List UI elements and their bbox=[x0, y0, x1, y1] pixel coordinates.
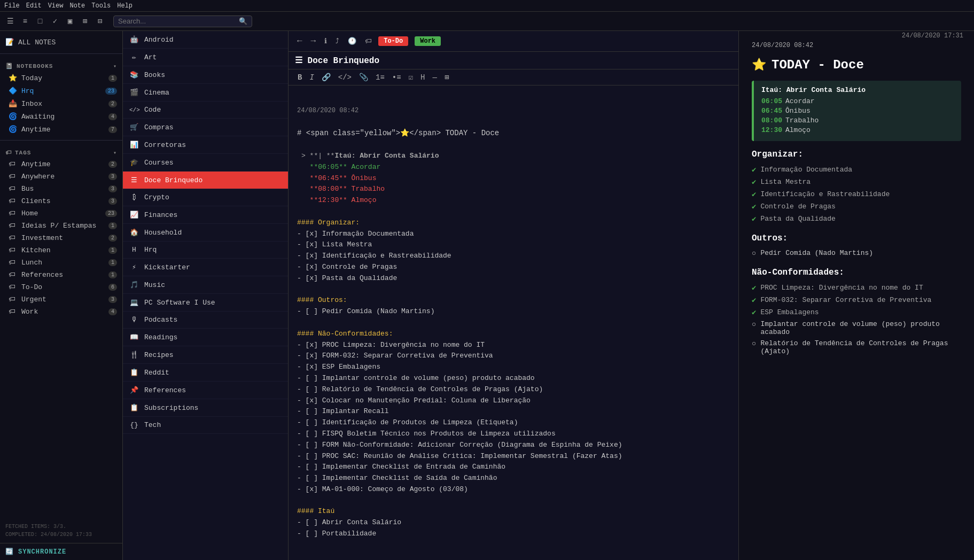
nb-code[interactable]: </> Code bbox=[123, 102, 288, 119]
code-button[interactable]: </> bbox=[336, 72, 354, 83]
nb-recipes[interactable]: 🍴 Recipes bbox=[123, 346, 288, 364]
tag-home[interactable]: 🏷 Home 23 bbox=[0, 207, 122, 220]
nb-subscriptions[interactable]: 📋 Subscriptions bbox=[123, 399, 288, 417]
tag-references[interactable]: 🏷 References 1 bbox=[0, 269, 122, 281]
sync-button[interactable]: 🔄 SYNCHRONIZE bbox=[0, 543, 122, 560]
tag-todo-badge[interactable]: To-Do bbox=[378, 36, 408, 46]
info-button[interactable]: ℹ bbox=[322, 36, 329, 46]
nav-forward-button[interactable]: → bbox=[309, 35, 318, 47]
sidebar-item-awaiting[interactable]: 🌀 Awaiting 4 bbox=[0, 110, 122, 123]
notebooks-header[interactable]: 📓 NOTEBOOKS ▾ bbox=[0, 60, 122, 72]
toolbar-grid[interactable]: ▣ bbox=[64, 15, 76, 27]
tag-icon-10: 🏷 bbox=[9, 271, 17, 279]
nb-books[interactable]: 📚 Books bbox=[123, 66, 288, 84]
nb-android[interactable]: 🤖 Android bbox=[123, 31, 288, 49]
menu-help[interactable]: Help bbox=[117, 2, 133, 10]
outros-1: - [ ] Pedir Comida (Nado Martins) bbox=[297, 307, 434, 315]
tag-urgent-count: 3 bbox=[108, 296, 117, 303]
editor-content[interactable]: 24/08/2020 08:42 # <span class="yellow">… bbox=[289, 85, 738, 560]
tag-anywhere[interactable]: 🏷 Anywhere 3 bbox=[0, 170, 122, 183]
tag-lunch[interactable]: 🏷 Lunch 1 bbox=[0, 256, 122, 269]
time-label-4: 12:30 bbox=[761, 126, 782, 134]
sidebar-item-hrq[interactable]: 🔷 Hrq 23 bbox=[0, 84, 122, 97]
nc-check-label-3: ESP Embalagens bbox=[760, 308, 819, 316]
tag-icon-4: 🏷 bbox=[9, 197, 17, 205]
toolbar-list[interactable]: ≡ bbox=[19, 15, 31, 27]
sidebar-item-anytime[interactable]: 🌀 Anytime 7 bbox=[0, 123, 122, 136]
search-input[interactable] bbox=[118, 17, 239, 25]
nb-kickstarter-icon: ⚡ bbox=[129, 263, 139, 271]
italic-button[interactable]: I bbox=[307, 72, 316, 83]
organizar-heading: #### Organizar: bbox=[297, 219, 360, 227]
toolbar-allnotes[interactable]: ☰ bbox=[4, 15, 16, 27]
tag-bus[interactable]: 🏷 Bus 3 bbox=[0, 183, 122, 195]
nb-reddit[interactable]: 📋 Reddit bbox=[123, 364, 288, 382]
nb-podcasts[interactable]: 🎙 Podcasts bbox=[123, 312, 288, 329]
nb-readings[interactable]: 📖 Readings bbox=[123, 329, 288, 346]
heading-button[interactable]: H bbox=[418, 72, 427, 83]
tag-clients[interactable]: 🏷 Clients 3 bbox=[0, 195, 122, 207]
nb-pc-software[interactable]: 💻 PC Software I Use bbox=[123, 294, 288, 312]
tag-ideias[interactable]: 🏷 Ideias P/ Estampas 1 bbox=[0, 220, 122, 232]
toolbar-collapse[interactable]: ⊟ bbox=[94, 15, 106, 27]
sidebar-all-notes[interactable]: 📝 ALL NOTES bbox=[0, 35, 122, 49]
preview-nc-title: Não-Conformidades: bbox=[752, 268, 961, 277]
menu-note[interactable]: Note bbox=[69, 2, 85, 10]
tag-urgent[interactable]: 🏷 Urgent 3 bbox=[0, 293, 122, 306]
notebook-panel: 🤖 Android ✏ Art 📚 Books 🎬 Cinema </> Cod… bbox=[123, 31, 289, 560]
menu-file[interactable]: File bbox=[4, 2, 20, 10]
sidebar-item-today-label: Today bbox=[21, 74, 42, 82]
tag-work[interactable]: 🏷 Work 4 bbox=[0, 306, 122, 318]
sidebar-item-hrq-label: Hrq bbox=[21, 87, 34, 95]
nb-finances[interactable]: 📈 Finances bbox=[123, 206, 288, 224]
clock-button[interactable]: 🕐 bbox=[346, 36, 359, 46]
nb-corretoras[interactable]: 📊 Corretoras bbox=[123, 136, 288, 154]
menu-tools[interactable]: Tools bbox=[91, 2, 111, 10]
nc-11: - [ ] PROC SAC: Reunião de Análise Criti… bbox=[297, 452, 622, 460]
hr-button[interactable]: — bbox=[430, 72, 440, 83]
share-button[interactable]: ⤴ bbox=[333, 36, 341, 46]
toolbar-newnote[interactable]: □ bbox=[34, 15, 46, 27]
tag-work-badge[interactable]: Work bbox=[415, 36, 441, 46]
nb-courses[interactable]: 🎓 Courses bbox=[123, 154, 288, 172]
tag-anytime[interactable]: 🏷 Anytime 2 bbox=[0, 158, 122, 170]
itau-2: - [ ] Portabilidade bbox=[297, 530, 376, 538]
tag-todo[interactable]: 🏷 To-Do 6 bbox=[0, 281, 122, 293]
nb-doce-brinquedo[interactable]: ☰ Doce Brinquedo bbox=[123, 172, 288, 189]
bold-button[interactable]: B bbox=[295, 72, 305, 83]
sidebar-item-inbox[interactable]: 📥 Inbox 2 bbox=[0, 97, 122, 110]
tag-kitchen[interactable]: 🏷 Kitchen 1 bbox=[0, 244, 122, 256]
tag-button[interactable]: 🏷 bbox=[363, 36, 374, 46]
nb-references[interactable]: 📌 References bbox=[123, 382, 288, 399]
ul-button[interactable]: •≡ bbox=[389, 72, 404, 83]
nb-hrq[interactable]: H Hrq bbox=[123, 242, 288, 259]
attach-button[interactable]: 📎 bbox=[356, 72, 371, 83]
nb-compras-label: Compras bbox=[144, 123, 174, 131]
toolbar-split[interactable]: ⊞ bbox=[79, 15, 91, 27]
menu-view[interactable]: View bbox=[48, 2, 64, 10]
search-bar[interactable]: 🔍 bbox=[113, 15, 252, 27]
table-button[interactable]: ⊞ bbox=[442, 72, 451, 83]
tags-header[interactable]: 🏷 TAGS ▾ bbox=[0, 147, 122, 158]
circle-icon-1: ○ bbox=[752, 249, 756, 258]
menu-edit[interactable]: Edit bbox=[26, 2, 42, 10]
nb-tech[interactable]: {} Tech bbox=[123, 417, 288, 434]
ol-button[interactable]: 1≡ bbox=[373, 72, 387, 83]
inbox-count: 2 bbox=[108, 100, 117, 107]
nb-music[interactable]: 🎵 Music bbox=[123, 276, 288, 294]
nb-cinema[interactable]: 🎬 Cinema bbox=[123, 84, 288, 102]
nb-art[interactable]: ✏ Art bbox=[123, 49, 288, 66]
nb-compras[interactable]: 🛒 Compras bbox=[123, 119, 288, 136]
sidebar-item-today[interactable]: ⭐ Today 1 bbox=[0, 72, 122, 84]
tag-investment[interactable]: 🏷 Investment 2 bbox=[0, 232, 122, 244]
nb-household[interactable]: 🏠 Household bbox=[123, 224, 288, 242]
link-button[interactable]: 🔗 bbox=[319, 72, 333, 83]
nav-back-button[interactable]: ← bbox=[295, 35, 305, 47]
toolbar-checklist[interactable]: ✓ bbox=[49, 15, 61, 27]
awaiting-icon: 🌀 bbox=[9, 112, 17, 121]
checklist-button[interactable]: ☑ bbox=[406, 72, 416, 83]
nb-crypto[interactable]: ₿ Crypto bbox=[123, 189, 288, 206]
nc-1: - [x] PROC Limpeza: Divergência no nome … bbox=[297, 341, 485, 349]
nb-kickstarter[interactable]: ⚡ Kickstarter bbox=[123, 259, 288, 276]
nb-references-label: References bbox=[144, 386, 186, 394]
